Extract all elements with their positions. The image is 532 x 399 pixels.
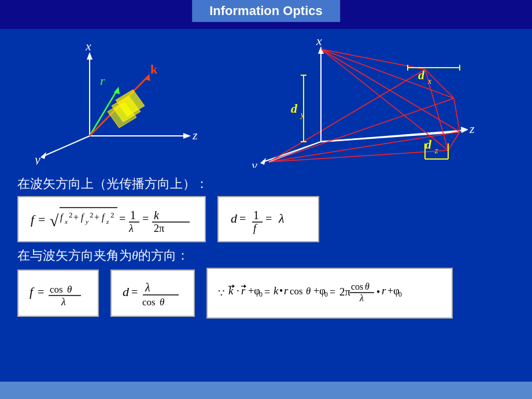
svg-text:∵: ∵ [218, 287, 224, 299]
svg-text:·: · [237, 285, 239, 297]
svg-text:θ: θ [365, 282, 370, 291]
title-bar: Information Optics [192, 0, 340, 22]
svg-line-38 [321, 49, 425, 69]
formula-box-4: d = λ cos θ [110, 269, 195, 317]
svg-text:z: z [469, 121, 475, 136]
svg-text:+φ: +φ [387, 285, 400, 297]
svg-text:λ: λ [61, 296, 66, 308]
section2-label: 在与波矢方向夹角为θ的方向： [17, 247, 520, 264]
svg-text:0: 0 [398, 290, 402, 298]
svg-line-37 [269, 150, 448, 162]
svg-text:r: r [100, 73, 105, 88]
bottom-bar [0, 382, 532, 399]
svg-text:d: d [123, 285, 130, 299]
svg-text:=: = [265, 212, 272, 225]
svg-text:0: 0 [324, 290, 328, 298]
svg-text:λ: λ [359, 293, 364, 303]
formula-box-1: f = √ f x 2 + f y 2 + f z 2 = 1 [17, 196, 206, 242]
left-diagram: x y z r k [32, 38, 205, 167]
svg-text:2π: 2π [339, 286, 351, 298]
page-title: Information Optics [209, 3, 323, 18]
svg-text:cos: cos [50, 284, 63, 295]
svg-text:•: • [279, 285, 283, 297]
svg-text:•: • [376, 286, 380, 298]
svg-text:k: k [274, 285, 279, 297]
svg-line-34 [269, 69, 425, 162]
svg-text:cos: cos [290, 286, 303, 297]
svg-text:d: d [231, 211, 238, 226]
formula-row-1: f = √ f x 2 + f y 2 + f z 2 = 1 [17, 196, 520, 242]
svg-text:r: r [382, 285, 386, 297]
svg-text:θ: θ [160, 297, 164, 308]
svg-text:f: f [81, 212, 85, 223]
svg-text:√: √ [50, 212, 59, 230]
svg-text:+φ: +φ [313, 285, 326, 297]
svg-text:=: = [142, 212, 149, 225]
svg-text:θ: θ [306, 286, 311, 297]
svg-line-3 [43, 136, 90, 156]
svg-text:x: x [64, 218, 68, 225]
svg-text:z: z [192, 128, 198, 142]
svg-text:2: 2 [110, 210, 114, 219]
svg-text:=: = [131, 286, 138, 298]
svg-text:f: f [31, 212, 36, 227]
svg-text:=: = [119, 212, 125, 225]
svg-text:f: f [60, 212, 64, 223]
svg-text:f: f [102, 212, 106, 223]
svg-marker-7 [183, 133, 191, 139]
svg-text:x: x [316, 38, 322, 48]
svg-text:+: + [94, 212, 99, 222]
svg-line-41 [321, 49, 448, 150]
formula-box-3: f = cos θ λ [17, 269, 99, 317]
section1-label: 在波矢方向上（光传播方向上）： [17, 175, 520, 193]
svg-text:y: y [250, 158, 257, 168]
svg-text:+: + [73, 212, 79, 222]
svg-line-39 [321, 49, 454, 98]
svg-marker-102 [232, 285, 235, 288]
svg-text:k: k [154, 209, 160, 221]
svg-text:=: = [38, 212, 45, 227]
svg-text:d: d [425, 137, 432, 152]
diagrams-row: x y z r k [12, 38, 520, 171]
svg-marker-22 [260, 158, 266, 165]
svg-text:+φ: +φ [248, 285, 260, 297]
svg-text:x: x [85, 39, 91, 53]
svg-text:cos: cos [142, 297, 156, 308]
svg-text:=: = [38, 286, 44, 298]
svg-text:d: d [291, 101, 298, 116]
svg-text:1: 1 [253, 209, 259, 221]
svg-marker-4 [40, 152, 46, 159]
svg-text:λ: λ [128, 223, 134, 234]
svg-text:1: 1 [130, 209, 136, 221]
svg-text:=: = [330, 286, 335, 298]
right-diagram: x y z d y d x d z [246, 38, 500, 170]
svg-text:cos: cos [351, 282, 363, 291]
svg-text:z: z [106, 218, 109, 225]
svg-text:λ: λ [278, 211, 285, 226]
svg-text:f: f [29, 285, 35, 299]
svg-text:y: y [85, 218, 88, 225]
svg-text:=: = [264, 286, 270, 298]
svg-text:2: 2 [69, 210, 73, 219]
svg-line-44 [448, 132, 460, 150]
svg-line-43 [454, 98, 460, 132]
svg-text:k: k [150, 62, 158, 76]
svg-text:y: y [34, 152, 40, 165]
formula-box-2: d = 1 f = λ [217, 196, 319, 242]
svg-text:2π: 2π [154, 223, 164, 234]
svg-text:2: 2 [90, 210, 94, 219]
svg-marker-25 [461, 127, 468, 133]
svg-text:r: r [284, 285, 289, 297]
svg-text:=: = [239, 212, 246, 225]
svg-text:0: 0 [259, 290, 263, 298]
svg-text:λ: λ [145, 281, 150, 294]
main-content: x y z r k [0, 29, 532, 382]
formula-box-5: ∵ k · r +φ 0 = k • r cos [206, 268, 453, 319]
formula-row-2: f = cos θ λ d = λ cos θ ∵ [17, 268, 520, 319]
svg-text:f: f [253, 223, 258, 234]
svg-text:θ: θ [67, 284, 72, 295]
